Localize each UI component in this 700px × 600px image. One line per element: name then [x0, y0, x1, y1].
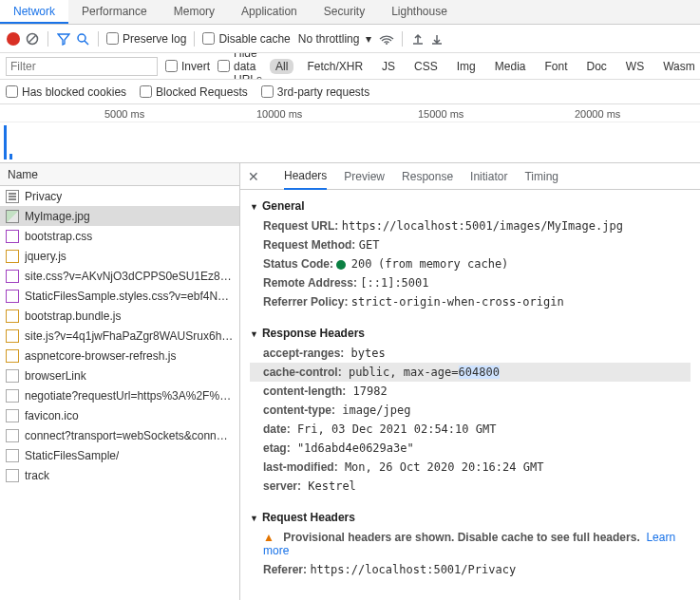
response-header-row: etag: "1d6abd4e0629a3e" [250, 439, 691, 458]
response-header-row: date: Fri, 03 Dec 2021 02:54:10 GMT [250, 420, 691, 439]
request-row[interactable]: MyImage.jpg [0, 206, 239, 226]
blank-file-icon [6, 389, 19, 403]
doc-file-icon [6, 190, 19, 203]
tab-security[interactable]: Security [311, 0, 378, 24]
request-headers-section-header[interactable]: Request Headers [250, 507, 691, 528]
request-url: Request URL: https://localhost:5001/imag… [250, 216, 691, 235]
js-file-icon [6, 329, 19, 343]
request-row[interactable]: StaticFilesSample.styles.css?v=ebf4NvV… [0, 286, 239, 306]
request-method: Request Method: GET [250, 235, 691, 254]
separator [47, 31, 48, 47]
detail-tabs: ✕ Headers Preview Response Initiator Tim… [240, 163, 700, 190]
tick: 20000 ms [575, 108, 620, 120]
tab-initiator[interactable]: Initiator [470, 164, 507, 189]
request-row[interactable]: negotiate?requestUrl=https%3A%2F%2… [0, 385, 239, 405]
hide-data-urls-checkbox[interactable]: Hide data URLs [218, 53, 262, 80]
response-header-row: content-type: image/jpeg [250, 401, 691, 420]
tab-headers[interactable]: Headers [284, 163, 327, 190]
close-details-button[interactable]: ✕ [248, 169, 259, 184]
request-row[interactable]: favicon.ico [0, 405, 239, 425]
request-details-panel: ✕ Headers Preview Response Initiator Tim… [240, 163, 700, 600]
request-row[interactable]: site.js?v=4q1jwFhaPaZgr8WAUSrux6hA… [0, 326, 239, 346]
request-name: track [25, 469, 49, 482]
type-css[interactable]: CSS [408, 59, 444, 74]
request-name: bootstrap.bundle.js [25, 309, 121, 323]
type-fetchxhr[interactable]: Fetch/XHR [301, 59, 369, 74]
timeline-overview[interactable]: 5000 ms 10000 ms 15000 ms 20000 ms [0, 104, 700, 163]
request-row[interactable]: Privacy [0, 186, 239, 206]
type-media[interactable]: Media [489, 59, 532, 74]
blank-file-icon [6, 409, 19, 422]
separator [98, 31, 99, 47]
blank-file-icon [6, 469, 19, 482]
css-file-icon [6, 270, 19, 283]
request-name: browserLink [25, 369, 86, 383]
referrer-policy: Referrer Policy: strict-origin-when-cros… [250, 292, 691, 311]
record-button[interactable] [6, 31, 21, 47]
response-headers-section-header[interactable]: Response Headers [250, 323, 691, 344]
response-header-row: cache-control: public, max-age=604800 [250, 363, 691, 382]
preserve-log-checkbox[interactable]: Preserve log [106, 32, 186, 46]
network-conditions-icon[interactable] [379, 31, 394, 47]
js-file-icon [6, 250, 19, 263]
name-column-header[interactable]: Name [0, 163, 239, 186]
filter-bar-2: Has blocked cookies Blocked Requests 3rd… [0, 80, 700, 104]
request-row[interactable]: aspnetcore-browser-refresh.js [0, 346, 239, 366]
request-list-panel: Name PrivacyMyImage.jpgbootstrap.cssjque… [0, 163, 240, 600]
warning-icon: ▲ [263, 531, 274, 544]
js-file-icon [6, 309, 19, 323]
invert-checkbox[interactable]: Invert [165, 60, 210, 73]
tab-timing[interactable]: Timing [524, 164, 558, 189]
request-name: Privacy [25, 190, 62, 203]
svg-line-3 [85, 41, 88, 45]
tab-lighthouse[interactable]: Lighthouse [378, 0, 461, 24]
clear-button[interactable] [25, 31, 40, 47]
type-font[interactable]: Font [539, 59, 573, 74]
type-js[interactable]: JS [376, 59, 401, 74]
has-blocked-cookies-checkbox[interactable]: Has blocked cookies [6, 85, 126, 99]
blank-file-icon [6, 429, 19, 442]
type-wasm[interactable]: Wasm [657, 59, 700, 74]
disable-cache-checkbox[interactable]: Disable cache [202, 32, 290, 46]
tab-response[interactable]: Response [402, 164, 453, 189]
request-row[interactable]: jquery.js [0, 246, 239, 266]
tab-performance[interactable]: Performance [68, 0, 161, 24]
tab-network[interactable]: Network [0, 0, 68, 24]
tick: 15000 ms [418, 108, 464, 120]
css-file-icon [6, 290, 19, 303]
css-file-icon [6, 230, 19, 243]
referer-header: Referer: https://localhost:5001/Privacy [250, 560, 691, 579]
network-toolbar: Preserve log Disable cache No throttling… [0, 25, 700, 53]
request-row[interactable]: bootstrap.css [0, 226, 239, 246]
response-header-row: server: Kestrel [250, 477, 691, 496]
filter-input[interactable] [6, 57, 158, 76]
tab-memory[interactable]: Memory [161, 0, 228, 24]
request-row[interactable]: bootstrap.bundle.js [0, 306, 239, 326]
request-row[interactable]: StaticFilesSample/ [0, 445, 239, 465]
upload-icon[interactable] [410, 31, 426, 47]
request-name: StaticFilesSample/ [25, 449, 119, 462]
request-row[interactable]: connect?transport=webSockets&conne… [0, 425, 239, 445]
type-all[interactable]: All [270, 59, 293, 74]
filter-icon[interactable] [56, 31, 71, 47]
type-doc[interactable]: Doc [580, 59, 612, 74]
search-icon[interactable] [75, 31, 90, 47]
tab-application[interactable]: Application [228, 0, 311, 24]
svg-point-2 [78, 34, 85, 42]
request-row[interactable]: track [0, 465, 239, 485]
download-icon[interactable] [429, 31, 445, 47]
type-img[interactable]: Img [451, 59, 482, 74]
devtools-top-tabs: Network Performance Memory Application S… [0, 0, 700, 25]
request-row[interactable]: browserLink [0, 366, 239, 385]
request-row[interactable]: site.css?v=AKvNjO3dCPPS0eSU1Ez8T2… [0, 266, 239, 286]
blocked-requests-checkbox[interactable]: Blocked Requests [140, 85, 248, 99]
throttling-select[interactable]: No throttling ▾ [294, 32, 375, 46]
tab-preview[interactable]: Preview [344, 164, 385, 189]
third-party-checkbox[interactable]: 3rd-party requests [261, 85, 369, 99]
type-ws[interactable]: WS [620, 59, 650, 74]
request-name: bootstrap.css [25, 230, 92, 243]
separator [194, 31, 195, 47]
request-name: jquery.js [25, 250, 66, 263]
general-section-header[interactable]: General [250, 196, 691, 216]
response-header-row: accept-ranges: bytes [250, 344, 691, 363]
